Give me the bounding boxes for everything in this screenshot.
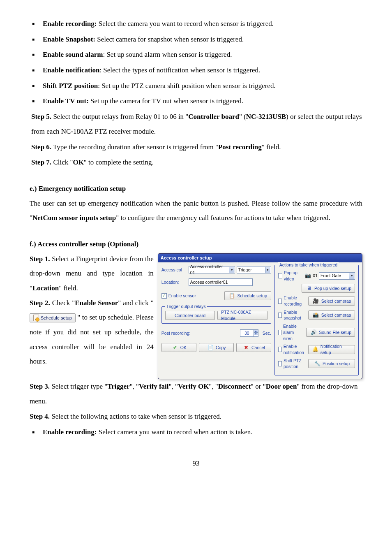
section-e-heading: e.) Emergency notification setup — [30, 181, 362, 196]
bullet-enable-notification: Enable notification: Select the types of… — [41, 63, 362, 78]
step-4: Step 4. Select the following actions to … — [30, 409, 362, 424]
trigger-type-select[interactable]: Trigger — [237, 266, 271, 273]
relays-legend: Trigger output relays — [165, 303, 207, 310]
cancel-button[interactable]: ✖Cancel — [236, 343, 271, 352]
enable-sensor-checkbox[interactable]: ✓Enable sensor — [161, 293, 196, 299]
section-f-heading: f.) Access controller setup (Optional) — [30, 237, 362, 252]
camera-select[interactable]: Front Gate — [319, 272, 355, 280]
enable-recording-checkbox[interactable]: Enable recording — [278, 295, 306, 307]
ok-button[interactable]: ✔OK — [161, 343, 196, 352]
shift-ptz-position-checkbox[interactable]: Shift PTZ position — [278, 358, 306, 370]
section-f-text: Step 1. Select a Fingerprint device from… — [30, 252, 154, 379]
chevron-down-icon — [265, 267, 270, 273]
camera-icon: 🎥 — [312, 297, 320, 305]
sec-label: Sec. — [263, 330, 271, 336]
schedule-setup-button[interactable]: 📋 Schedule setup — [224, 291, 271, 300]
wrench-icon: 🔧 — [314, 360, 321, 367]
close-icon: ✖ — [242, 344, 250, 351]
chevron-down-icon — [229, 267, 234, 273]
location-input[interactable] — [189, 278, 253, 286]
schedule-icon: 📋 — [228, 292, 236, 299]
enable-notification-checkbox[interactable]: Enable notification — [278, 343, 306, 355]
actions-legend: Actions to take when triggered — [278, 262, 339, 268]
bullet-enable-recording-2: Enable recording: Select camera you want… — [41, 425, 362, 440]
post-recording-spinner[interactable]: 30 ▲▼ — [240, 329, 258, 337]
bullet-enable-recording: Enable recording: Select the camera you … — [41, 16, 362, 31]
bullet-enable-snapshot: Enable Snapshot: Select camera for snaps… — [41, 32, 362, 47]
popup-video-setup-button[interactable]: 🖥Pop up video setup — [302, 284, 355, 293]
popup-video-checkbox[interactable]: Pop up video — [278, 270, 302, 282]
step-3: Step 3. Select trigger type "Trigger", "… — [30, 379, 362, 408]
select-cameras-button-2[interactable]: 📸Select cameras — [308, 310, 355, 320]
step-2: Step 2. Check "Enable Sensor" and click … — [30, 296, 154, 369]
monitor-icon: 🖥 — [305, 285, 313, 292]
post-recording-label: Post recording: — [161, 330, 191, 336]
speaker-icon: 🔊 — [310, 329, 317, 336]
ptz-module-button[interactable]: PTZ:NC-080AZ Module — [217, 311, 267, 320]
dialog-title: Access controller setup — [158, 254, 362, 262]
trigger-output-relays-fieldset: Trigger output relays Controller board P… — [161, 306, 271, 324]
enable-alarm-siren-checkbox[interactable]: Enable alarm siren — [278, 323, 304, 341]
chevron-down-icon — [349, 273, 354, 279]
controller-board-button[interactable]: Controller board — [165, 311, 215, 320]
copy-icon: 📄 — [207, 344, 214, 351]
page-number: 93 — [30, 456, 362, 471]
bullet-enable-sound-alarm: Enable sound alarm: Set up sound alarm w… — [41, 47, 362, 62]
location-label: Location: — [161, 279, 187, 285]
photo-icon: 📸 — [312, 311, 320, 319]
copy-button[interactable]: 📄Copy — [199, 343, 234, 352]
access-col-label: Access col — [161, 267, 187, 273]
bell-icon: 🔔 — [312, 346, 319, 353]
check-icon: ✔ — [171, 344, 179, 351]
camera-icon: 📷 — [304, 272, 311, 280]
section-e-paragraph: The user can set up emergency notificati… — [30, 196, 362, 225]
camera-number: 01 — [313, 273, 318, 279]
schedule-icon — [33, 315, 39, 321]
enable-snapshot-checkbox[interactable]: Enable snapshot — [278, 309, 306, 321]
sound-file-setup-button[interactable]: 🔊Sound File setup — [306, 328, 355, 337]
notification-setup-button[interactable]: 🔔Notification setup — [308, 345, 355, 354]
step-1: Step 1. Select a Fingerprint device from… — [30, 252, 154, 296]
schedule-setup-inline-button: Schedule setup — [30, 313, 76, 322]
step-7: Step 7. Click "OK" to complete the setti… — [31, 155, 362, 170]
position-setup-button[interactable]: 🔧Position setup — [308, 359, 355, 368]
step-6: Step 6. Type the recording duration afte… — [31, 140, 362, 155]
access-controller-select[interactable]: Access controller 01 — [189, 266, 235, 273]
bullet-enable-tv-out: Enable TV out: Set up the camera for TV … — [41, 94, 362, 109]
step-5: Step 5. Select the output relays from Re… — [31, 109, 362, 139]
actions-fieldset: Actions to take when triggered Pop up vi… — [274, 265, 359, 375]
access-controller-setup-dialog: Access controller setup Access col Acces… — [158, 253, 362, 379]
bullet-shift-ptz-position: Shift PTZ position: Set up the PTZ camer… — [41, 79, 362, 93]
bullet-list-1: Enable recording: Select the camera you … — [30, 16, 362, 109]
select-cameras-button-1[interactable]: 🎥Select cameras — [308, 297, 355, 306]
